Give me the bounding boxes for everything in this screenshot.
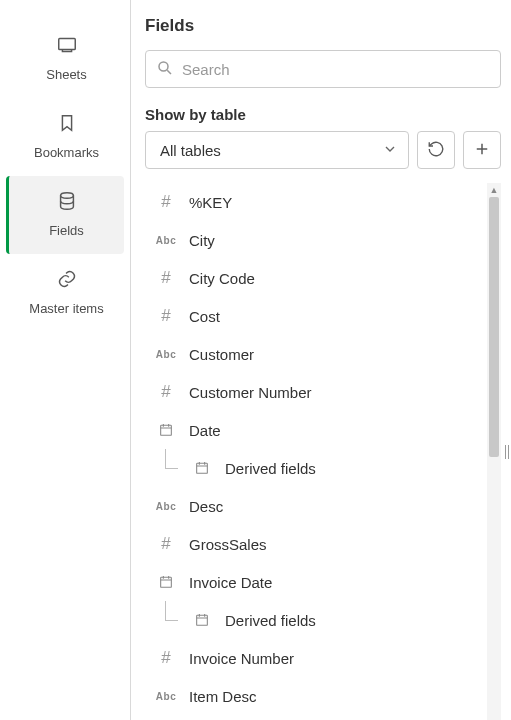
field-row[interactable]: AbcDesc [145, 487, 485, 525]
chevron-down-icon [382, 141, 398, 160]
search-icon [156, 59, 174, 80]
field-row[interactable]: #Invoice Number [145, 639, 485, 677]
field-row[interactable]: AbcCity [145, 221, 485, 259]
link-icon [56, 268, 78, 293]
scrollbar[interactable]: ▲ [487, 183, 501, 720]
field-label: Customer [189, 346, 254, 363]
field-row[interactable]: #%KEY [145, 183, 485, 221]
sidebar-item-bookmarks[interactable]: Bookmarks [0, 98, 130, 176]
field-label: Cost [189, 308, 220, 325]
field-label: Invoice Number [189, 650, 294, 667]
field-row[interactable]: Invoice Date [145, 563, 485, 601]
svg-point-2 [159, 62, 168, 71]
date-type-icon [191, 460, 213, 476]
text-type-icon: Abc [155, 691, 177, 702]
field-row[interactable]: #City Code [145, 259, 485, 297]
field-list[interactable]: #%KEYAbcCity#City Code#CostAbcCustomer#C… [145, 183, 485, 720]
dropdown-value: All tables [160, 142, 221, 159]
sidebar: Sheets Bookmarks Fields Master items [0, 0, 131, 720]
panel-title: Fields [145, 16, 501, 36]
search-input[interactable] [182, 61, 490, 78]
text-type-icon: Abc [155, 501, 177, 512]
numeric-type-icon: # [155, 306, 177, 326]
field-label: Customer Number [189, 384, 312, 401]
numeric-type-icon: # [155, 648, 177, 668]
resize-handle[interactable] [503, 440, 511, 464]
sidebar-item-label: Bookmarks [34, 145, 99, 160]
table-filter-dropdown[interactable]: All tables [145, 131, 409, 169]
scrollbar-thumb[interactable] [489, 197, 499, 457]
field-row[interactable]: AbcItem Desc [145, 677, 485, 715]
field-label: Derived fields [225, 612, 316, 629]
field-row[interactable]: Derived fields [145, 449, 485, 487]
field-label: City Code [189, 270, 255, 287]
svg-rect-4 [197, 463, 208, 473]
field-row[interactable]: Derived fields [145, 601, 485, 639]
numeric-type-icon: # [155, 268, 177, 288]
database-icon [56, 190, 78, 215]
field-label: GrossSales [189, 536, 267, 553]
svg-rect-6 [197, 615, 208, 625]
field-label: City [189, 232, 215, 249]
field-row[interactable]: AbcCustomer [145, 335, 485, 373]
field-label: %KEY [189, 194, 232, 211]
svg-rect-0 [58, 39, 75, 50]
numeric-type-icon: # [155, 192, 177, 212]
svg-point-1 [60, 193, 73, 199]
sidebar-item-sheets[interactable]: Sheets [0, 20, 130, 98]
field-label: Derived fields [225, 460, 316, 477]
field-label: Invoice Date [189, 574, 272, 591]
date-type-icon [191, 612, 213, 628]
refresh-button[interactable] [417, 131, 455, 169]
svg-rect-5 [161, 577, 172, 587]
text-type-icon: Abc [155, 349, 177, 360]
field-label: Item Desc [189, 688, 257, 705]
field-row[interactable]: #Customer Number [145, 373, 485, 411]
scroll-up-icon: ▲ [487, 183, 501, 197]
show-by-table-label: Show by table [145, 106, 501, 123]
refresh-icon [427, 140, 445, 161]
sidebar-item-master-items[interactable]: Master items [0, 254, 130, 332]
plus-icon [473, 140, 491, 161]
search-box[interactable] [145, 50, 501, 88]
sidebar-item-fields[interactable]: Fields [6, 176, 124, 254]
field-label: Date [189, 422, 221, 439]
sidebar-item-label: Sheets [46, 67, 86, 82]
toolbar: All tables [145, 131, 501, 169]
field-row[interactable]: #Cost [145, 297, 485, 335]
field-row[interactable]: #GrossSales [145, 525, 485, 563]
field-list-container: #%KEYAbcCity#City Code#CostAbcCustomer#C… [145, 183, 501, 720]
date-type-icon [155, 422, 177, 438]
field-row[interactable]: Date [145, 411, 485, 449]
sidebar-item-label: Fields [49, 223, 84, 238]
bookmark-icon [56, 112, 78, 137]
sidebar-item-label: Master items [29, 301, 103, 316]
numeric-type-icon: # [155, 382, 177, 402]
sheets-icon [56, 34, 78, 59]
main-panel: Fields Show by table All tables [131, 0, 511, 720]
add-button[interactable] [463, 131, 501, 169]
svg-rect-3 [161, 425, 172, 435]
date-type-icon [155, 574, 177, 590]
field-label: Desc [189, 498, 223, 515]
numeric-type-icon: # [155, 534, 177, 554]
text-type-icon: Abc [155, 235, 177, 246]
